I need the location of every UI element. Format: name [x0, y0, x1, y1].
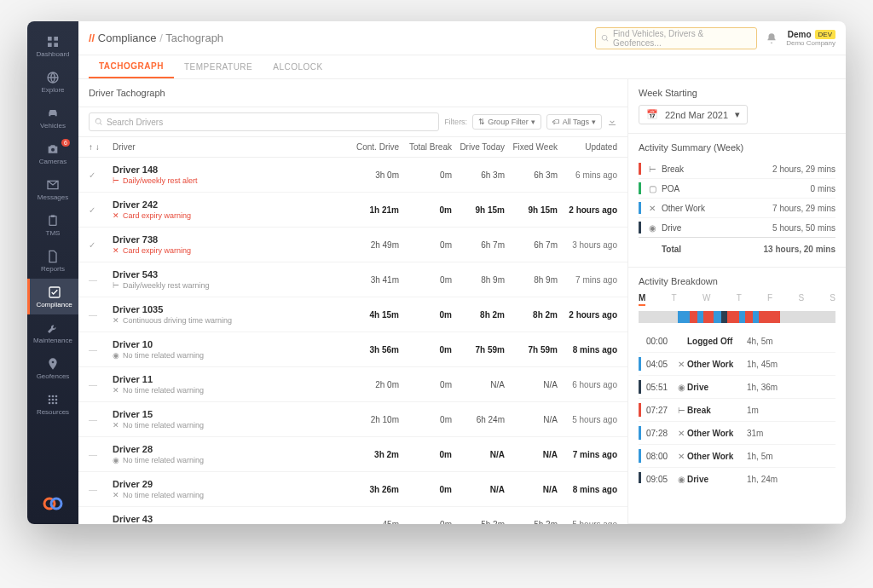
- sidebar-item-tms[interactable]: TMS: [27, 207, 78, 243]
- sidebar-item-resources[interactable]: Resources: [27, 386, 78, 422]
- cell-updated: 6 hours ago: [558, 380, 617, 389]
- svg-point-15: [55, 398, 58, 401]
- activity-summary-title: Activity Summary (Week): [639, 142, 835, 153]
- column-drive-today[interactable]: Drive Today: [452, 142, 505, 152]
- cell-fixed-week: N/A: [505, 450, 558, 459]
- breadcrumb: // Compliance / Tachograph: [89, 32, 223, 44]
- week-starting-title: Week Starting: [639, 88, 835, 98]
- column-updated[interactable]: Updated: [558, 142, 617, 152]
- cell-cont-drive: 45m: [346, 520, 399, 525]
- driver-row[interactable]: —Driver 28◉No time related warning3h 2m0…: [78, 437, 627, 472]
- driver-name: Driver 10: [113, 339, 346, 349]
- sort-column[interactable]: ↑ ↓: [89, 142, 113, 152]
- cell-drive-today: 8h 9m: [452, 275, 505, 285]
- day-tab[interactable]: W: [702, 293, 710, 306]
- column-cont-drive[interactable]: Cont. Drive: [346, 142, 399, 152]
- driver-name: Driver 11: [113, 374, 346, 384]
- global-search-input[interactable]: Find Vehicles, Drivers & Geofences...: [595, 27, 757, 49]
- tab-tachograph[interactable]: TACHOGRAPH: [89, 55, 174, 78]
- cell-cont-drive: 3h 0m: [346, 170, 399, 180]
- timeline-segment: [727, 311, 739, 323]
- sidebar-item-vehicles[interactable]: Vehicles: [27, 100, 78, 135]
- svg-point-13: [49, 398, 51, 401]
- summary-row: ◉Drive5 hours, 50 mins: [639, 218, 835, 237]
- driver-table-body: ✓Driver 148⊢Daily/weekly rest alert3h 0m…: [78, 158, 627, 524]
- tab-alcolock[interactable]: ALCOLOCK: [263, 55, 332, 78]
- timeline-segment: [759, 311, 780, 323]
- driver-row[interactable]: —Driver 1035✕Continuous driving time war…: [78, 297, 627, 332]
- download-icon[interactable]: [607, 117, 617, 127]
- driver-warning: ◉No time related warning: [113, 456, 346, 464]
- bed-icon: ⊢: [113, 176, 119, 185]
- driver-row[interactable]: —Driver 10◉No time related warning3h 56m…: [78, 332, 627, 367]
- driver-warning: ✕No time related warning: [113, 421, 346, 429]
- sidebar-item-cameras[interactable]: Cameras6: [27, 135, 78, 171]
- driver-row[interactable]: ✓Driver 148⊢Daily/weekly rest alert3h 0m…: [78, 158, 627, 193]
- dev-badge: DEV: [815, 30, 835, 39]
- cell-fixed-week: N/A: [505, 415, 558, 424]
- breakdown-row: 04:05✕Other Work1h, 45m: [639, 353, 835, 376]
- sidebar-item-geofences[interactable]: Geofences: [27, 350, 78, 386]
- cell-total-break: 0m: [399, 380, 452, 389]
- breakdown-row: 05:51◉Drive1h, 36m: [639, 376, 835, 399]
- cell-total-break: 0m: [399, 170, 452, 180]
- driver-warning: ◉No time related warning: [113, 351, 346, 360]
- cell-fixed-week: 9h 15m: [505, 205, 558, 215]
- day-tab[interactable]: F: [767, 293, 772, 306]
- summary-row: ✕Other Work7 hours, 29 mins: [639, 199, 835, 218]
- cell-cont-drive: 2h 10m: [346, 415, 399, 424]
- timeline-segment: [753, 311, 759, 323]
- cell-drive-today: 7h 59m: [452, 345, 505, 355]
- driver-row[interactable]: —Driver 11✕No time related warning2h 0m0…: [78, 367, 627, 402]
- cross-icon: ✕: [113, 421, 119, 429]
- driver-row[interactable]: —Driver 15✕No time related warning2h 10m…: [78, 402, 627, 437]
- column-total-break[interactable]: Total Break: [399, 142, 452, 152]
- cell-updated: 5 hours ago: [558, 415, 617, 424]
- day-tab[interactable]: M: [639, 293, 645, 306]
- driver-row[interactable]: ✓Driver 242✕Card expiry warning1h 21m0m9…: [78, 193, 627, 228]
- week-date-picker[interactable]: 📅 22nd Mar 2021 ▾: [639, 105, 748, 124]
- driver-warning: ✕Card expiry warning: [113, 246, 346, 255]
- sidebar-item-compliance[interactable]: Compliance: [27, 279, 78, 314]
- day-tab[interactable]: T: [672, 293, 677, 306]
- column-fixed-week[interactable]: Fixed Week: [505, 142, 558, 152]
- timeline-segment: [721, 311, 727, 323]
- search-drivers-input[interactable]: Search Drivers: [89, 112, 439, 131]
- cell-fixed-week: 5h 2m: [505, 520, 558, 525]
- cell-updated: 2 hours ago: [558, 310, 617, 320]
- driver-row[interactable]: —Driver 29✕No time related warning3h 26m…: [78, 472, 627, 507]
- notification-bell-icon[interactable]: [766, 32, 778, 44]
- driver-row[interactable]: ✓Driver 738✕Card expiry warning2h 49m0m6…: [78, 228, 627, 262]
- sidebar-item-explore[interactable]: Explore: [27, 64, 78, 100]
- day-tab[interactable]: S: [798, 293, 804, 306]
- cell-drive-today: 6h 3m: [452, 170, 505, 180]
- svg-rect-2: [48, 43, 52, 47]
- filters-label: Filters:: [444, 118, 467, 126]
- svg-point-14: [52, 398, 55, 401]
- day-tab[interactable]: T: [737, 293, 742, 306]
- tab-temperature[interactable]: TEMPERATURE: [174, 55, 263, 78]
- cell-updated: 7 mins ago: [558, 450, 617, 459]
- sidebar-item-reports[interactable]: Reports: [27, 243, 78, 279]
- cell-drive-today: 6h 24m: [452, 415, 505, 424]
- cell-total-break: 0m: [399, 345, 452, 355]
- driver-row[interactable]: —Driver 43✕No time related warning45m0m5…: [78, 507, 627, 524]
- cell-cont-drive: 2h 0m: [346, 380, 399, 389]
- driver-row[interactable]: —Driver 543⊢Daily/weekly rest warning3h …: [78, 262, 627, 297]
- sidebar-item-messages[interactable]: Messages: [27, 171, 78, 207]
- cell-updated: 7 mins ago: [558, 275, 617, 285]
- cell-fixed-week: N/A: [505, 485, 558, 494]
- topbar: // Compliance / Tachograph Find Vehicles…: [78, 21, 846, 55]
- summary-total: Total 13 hours, 20 mins: [639, 237, 835, 258]
- user-menu[interactable]: DemoDEV Demo Company: [786, 30, 835, 47]
- driver-warning: ✕Continuous driving time warning: [113, 316, 346, 325]
- sidebar-item-maintenance[interactable]: Maintenance: [27, 314, 78, 350]
- day-tab[interactable]: S: [830, 293, 835, 306]
- svg-rect-1: [54, 37, 58, 41]
- column-driver[interactable]: Driver: [113, 142, 346, 152]
- group-filter-dropdown[interactable]: ⇅Group Filter▾: [472, 114, 541, 130]
- tags-filter-dropdown[interactable]: 🏷All Tags▾: [546, 114, 602, 130]
- sidebar-item-dashboard[interactable]: Dashboard: [27, 28, 78, 64]
- timeline-segment: [697, 311, 703, 323]
- timeline-segment: [678, 311, 690, 323]
